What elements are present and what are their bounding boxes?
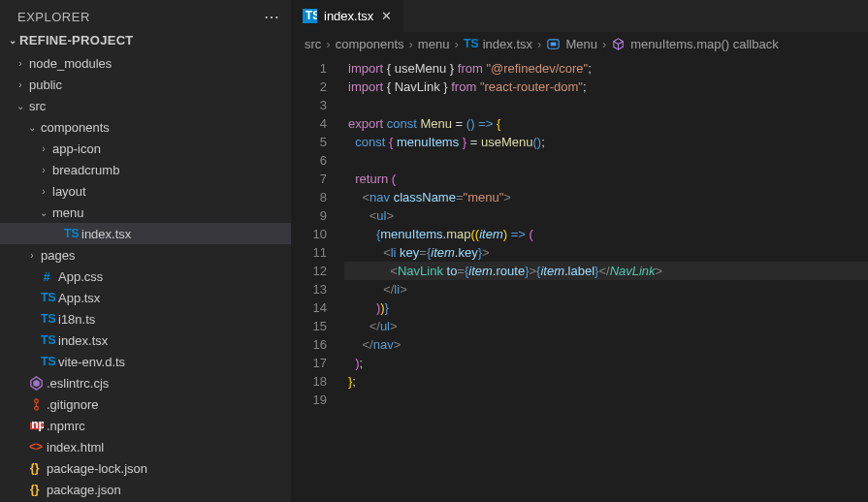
svg-text:TS: TS <box>464 37 478 50</box>
file-.npmrc[interactable]: npm.npmrc <box>0 415 291 436</box>
chevron-right-icon: › <box>37 143 50 154</box>
code-line[interactable]: </ul> <box>344 317 868 335</box>
code-line[interactable]: export const Menu = () => { <box>344 114 868 133</box>
file-index.tsx[interactable]: TSindex.tsx <box>0 223 291 244</box>
breadcrumb-item[interactable]: menuItems.map() callback <box>630 37 778 51</box>
ts-icon: TS <box>301 9 318 23</box>
code-line[interactable]: const { menuItems } = useMenu(); <box>344 133 868 151</box>
close-icon[interactable]: ✕ <box>379 7 394 25</box>
chevron-right-icon: › <box>602 37 606 51</box>
code-line[interactable]: <li key={item.key}> <box>344 243 868 262</box>
file-index.tsx[interactable]: TSindex.tsx <box>0 329 291 351</box>
folder-app-icon[interactable]: ›app-icon <box>0 138 291 159</box>
file-tree: ›node_modules›public⌄src⌄components›app-… <box>0 50 291 502</box>
file-package-lock.json[interactable]: {}package-lock.json <box>0 457 291 479</box>
line-numbers: 12345678910111213141516171819 <box>291 55 344 502</box>
code-line[interactable]: {menuItems.map((item) => ( <box>344 225 868 243</box>
tree-item-label: layout <box>50 184 86 199</box>
ts-icon: TS <box>39 291 56 305</box>
breadcrumb-item[interactable]: components <box>336 37 404 51</box>
svg-text:<>: <> <box>29 440 43 454</box>
chevron-down-icon: ⌄ <box>37 207 50 218</box>
tree-item-label: App.css <box>56 269 103 284</box>
code-line[interactable]: <NavLink to={item.route}>{item.label}</N… <box>344 262 868 280</box>
folder-node_modules[interactable]: ›node_modules <box>0 52 291 74</box>
tree-item-label: .npmrc <box>45 419 85 433</box>
file-package.json[interactable]: {}package.json <box>0 479 291 500</box>
code-editor[interactable]: 12345678910111213141516171819 import { u… <box>291 55 868 502</box>
tree-item-label: node_modules <box>27 56 112 71</box>
file-App.css[interactable]: #App.css <box>0 266 291 287</box>
file-index.html[interactable]: <>index.html <box>0 436 291 457</box>
file-.gitignore[interactable]: .gitignore <box>0 393 291 415</box>
ts-icon: TS <box>39 312 56 327</box>
folder-src[interactable]: ⌄src <box>0 95 291 116</box>
more-actions-icon[interactable]: ⋯ <box>264 8 280 26</box>
folder-public[interactable]: ›public <box>0 74 291 95</box>
cube-icon <box>611 37 626 51</box>
folder-layout[interactable]: ›layout <box>0 180 291 202</box>
code-line[interactable]: </nav> <box>344 335 868 354</box>
svg-text:npm: npm <box>31 419 44 431</box>
code-line[interactable]: <ul> <box>344 206 868 225</box>
tree-item-label: package.json <box>45 483 121 497</box>
chevron-down-icon: ⌄ <box>14 101 27 111</box>
code-line[interactable]: return ( <box>344 170 868 188</box>
code-line[interactable]: </li> <box>344 280 868 298</box>
code-line[interactable] <box>344 96 868 114</box>
chevron-right-icon: › <box>326 37 330 51</box>
ts-icon: TS <box>39 333 56 348</box>
svg-text:TS: TS <box>64 227 79 240</box>
code-line[interactable] <box>344 391 868 409</box>
tree-item-label: App.tsx <box>56 291 100 305</box>
file-i18n.ts[interactable]: TSi18n.ts <box>0 308 291 329</box>
svg-text:#: # <box>43 270 49 284</box>
code-line[interactable]: <nav className="menu"> <box>344 188 868 206</box>
code-line[interactable]: }; <box>344 372 868 391</box>
project-name: REFINE-PROJECT <box>19 33 134 47</box>
file-vite-env.d.ts[interactable]: TSvite-env.d.ts <box>0 351 291 372</box>
code-line[interactable]: import { NavLink } from "react-router-do… <box>344 78 868 96</box>
breadcrumb-item[interactable]: src <box>305 37 321 51</box>
breadcrumb-item[interactable]: index.tsx <box>483 37 532 51</box>
explorer-sidebar: EXPLORER ⋯ ⌄ REFINE-PROJECT ›node_module… <box>0 0 291 502</box>
chevron-right-icon: › <box>537 37 541 51</box>
folder-components[interactable]: ⌄components <box>0 116 291 138</box>
tab-index-tsx[interactable]: TS index.tsx ✕ <box>291 0 403 32</box>
file-.eslintrc.cjs[interactable]: .eslintrc.cjs <box>0 372 291 393</box>
tab-label: index.tsx <box>324 9 373 23</box>
tree-item-label: .eslintrc.cjs <box>45 376 109 391</box>
folder-breadcrumb[interactable]: ›breadcrumb <box>0 159 291 180</box>
chevron-right-icon: › <box>37 165 50 175</box>
tree-item-label: menu <box>50 205 84 220</box>
code-line[interactable]: ))} <box>344 298 868 317</box>
ts-icon: TS <box>39 355 56 369</box>
code-line[interactable]: ); <box>344 354 868 372</box>
tree-item-label: breadcrumb <box>50 163 119 177</box>
svg-text:{}: {} <box>29 461 39 475</box>
tree-item-label: index.html <box>45 440 104 455</box>
folder-pages[interactable]: ›pages <box>0 244 291 266</box>
project-root[interactable]: ⌄ REFINE-PROJECT <box>0 30 291 50</box>
tree-item-label: pages <box>39 248 75 263</box>
svg-text:TS: TS <box>41 355 55 368</box>
npm-icon: npm <box>27 419 45 433</box>
editor-tabs: TS index.tsx ✕ <box>291 0 868 33</box>
svg-rect-20 <box>551 43 557 47</box>
chevron-right-icon: › <box>454 37 458 51</box>
html-icon: <> <box>27 440 45 455</box>
ts-icon: TS <box>62 227 80 241</box>
svg-text:{}: {} <box>29 483 39 496</box>
breadcrumb-item[interactable]: Menu <box>565 37 597 51</box>
breadcrumb-item[interactable]: menu <box>418 37 450 51</box>
svg-point-9 <box>34 406 38 410</box>
breadcrumb[interactable]: src›components›menu›TSindex.tsx›Menu›men… <box>291 33 868 55</box>
svg-text:TS: TS <box>41 312 55 326</box>
file-App.tsx[interactable]: TSApp.tsx <box>0 287 291 308</box>
code-lines[interactable]: import { useMenu } from "@refinedev/core… <box>344 55 868 502</box>
eslint-icon <box>27 376 45 391</box>
tree-item-label: i18n.ts <box>56 312 95 327</box>
folder-menu[interactable]: ⌄menu <box>0 202 291 223</box>
code-line[interactable] <box>344 151 868 170</box>
code-line[interactable]: import { useMenu } from "@refinedev/core… <box>344 59 868 78</box>
